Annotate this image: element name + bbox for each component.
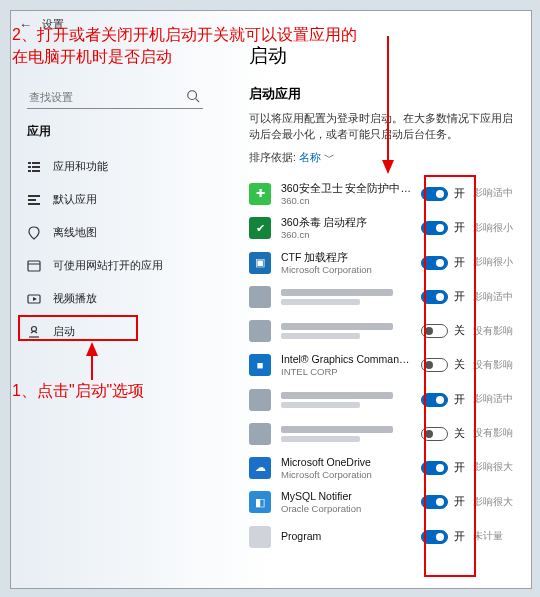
main-panel: 启动 启动应用 可以将应用配置为登录时启动。在大多数情况下应用启动后会最小化，或… [219,37,531,588]
impact-label: 影响很小 [473,222,521,235]
sidebar-item-5[interactable]: 启动 [11,315,219,348]
app-text: 360安全卫士 安全防护中心模块360.cn [281,182,413,207]
startup-toggle[interactable] [421,358,448,372]
sidebar-item-3[interactable]: 可使用网站打开的应用 [11,249,219,282]
app-icon [249,286,271,308]
app-publisher: Microsoft Corporation [281,469,413,480]
app-icon: ◧ [249,491,271,513]
app-icon: ✔ [249,217,271,239]
app-row: Program开未计量 [249,520,521,554]
app-row: ✚360安全卫士 安全防护中心模块360.cn开影响适中 [249,177,521,212]
link-icon [27,259,41,273]
impact-label: 未计量 [473,530,521,543]
app-text [281,426,413,442]
window-title: 设置 [42,17,64,32]
svg-rect-11 [28,261,40,271]
app-name: Intel® Graphics Command Center S... [281,353,413,366]
startup-toggle[interactable] [421,427,448,441]
sidebar-item-1[interactable]: 默认应用 [11,183,219,216]
svg-rect-6 [28,170,31,172]
toggle-label: 关 [454,324,465,338]
toggle-label: 开 [454,461,465,475]
video-icon [27,292,41,306]
app-icon: ☁ [249,457,271,479]
sidebar-item-label: 启动 [53,324,75,339]
toggle-wrap: 开 [421,187,465,201]
toggle-label: 开 [454,256,465,270]
sort-value: 名称 [299,151,321,163]
toggle-wrap: 开 [421,530,465,544]
sidebar-heading: 应用 [27,123,219,140]
startup-toggle[interactable] [421,324,448,338]
impact-label: 没有影响 [473,359,521,372]
startup-toggle[interactable] [421,221,448,235]
sort-control[interactable]: 排序依据: 名称 ﹀ [249,151,521,165]
app-text: Microsoft OneDriveMicrosoft Corporation [281,456,413,481]
app-row: 关没有影响 [249,314,521,348]
app-text [281,289,413,305]
toggle-wrap: 关 [421,427,465,441]
map-icon [27,226,41,240]
toggle-label: 开 [454,221,465,235]
startup-toggle[interactable] [421,393,448,407]
app-text [281,323,413,339]
app-icon [249,526,271,548]
sidebar-item-4[interactable]: 视频播放 [11,282,219,315]
impact-label: 没有影响 [473,427,521,440]
app-row: ◧MySQL NotifierOracle Corporation开影响很大 [249,485,521,520]
search-icon [186,89,200,103]
app-name: CTF 加载程序 [281,251,413,264]
impact-label: 影响很大 [473,461,521,474]
startup-toggle[interactable] [421,290,448,304]
section-heading: 启动应用 [249,85,521,103]
toggle-wrap: 开 [421,495,465,509]
app-name: Microsoft OneDrive [281,456,413,469]
svg-point-0 [188,91,197,100]
app-text: Program [281,530,413,543]
svg-line-1 [196,99,200,103]
sidebar-item-label: 视频播放 [53,291,97,306]
toggle-label: 开 [454,290,465,304]
impact-label: 没有影响 [473,325,521,338]
app-text: Intel® Graphics Command Center S...INTEL… [281,353,413,378]
toggle-wrap: 开 [421,221,465,235]
toggle-wrap: 关 [421,324,465,338]
app-row: 开影响适中 [249,280,521,314]
back-icon[interactable]: ← [19,17,32,32]
app-name: MySQL Notifier [281,490,413,503]
startup-toggle[interactable] [421,530,448,544]
toggle-wrap: 开 [421,461,465,475]
app-row: 开影响适中 [249,383,521,417]
svg-rect-2 [28,162,31,164]
app-row: ■Intel® Graphics Command Center S...INTE… [249,348,521,383]
svg-rect-7 [32,170,40,172]
startup-toggle[interactable] [421,495,448,509]
app-name: Program [281,530,413,543]
toggle-label: 关 [454,427,465,441]
impact-label: 影响很小 [473,256,521,269]
sidebar-item-0[interactable]: 应用和功能 [11,150,219,183]
sidebar-item-label: 默认应用 [53,192,97,207]
sidebar-item-label: 离线地图 [53,225,97,240]
app-publisher: Oracle Corporation [281,503,413,514]
sidebar-item-label: 应用和功能 [53,159,108,174]
app-publisher: Microsoft Corporation [281,264,413,275]
toggle-wrap: 开 [421,393,465,407]
app-row: ✔360杀毒 启动程序360.cn开影响很小 [249,211,521,246]
app-name: 360安全卫士 安全防护中心模块 [281,182,413,195]
app-name: 360杀毒 启动程序 [281,216,413,229]
titlebar: ← 设置 [11,11,531,37]
sort-label: 排序依据: [249,151,296,163]
impact-label: 影响适中 [473,187,521,200]
search-input[interactable] [27,85,203,109]
page-title: 启动 [249,43,521,69]
toggle-wrap: 开 [421,256,465,270]
startup-toggle[interactable] [421,461,448,475]
startup-toggle[interactable] [421,256,448,270]
startup-app-list: ✚360安全卫士 安全防护中心模块360.cn开影响适中✔360杀毒 启动程序3… [249,177,521,554]
sidebar-item-2[interactable]: 离线地图 [11,216,219,249]
startup-toggle[interactable] [421,187,448,201]
default-icon [27,193,41,207]
app-icon: ✚ [249,183,271,205]
app-text: CTF 加载程序Microsoft Corporation [281,251,413,276]
